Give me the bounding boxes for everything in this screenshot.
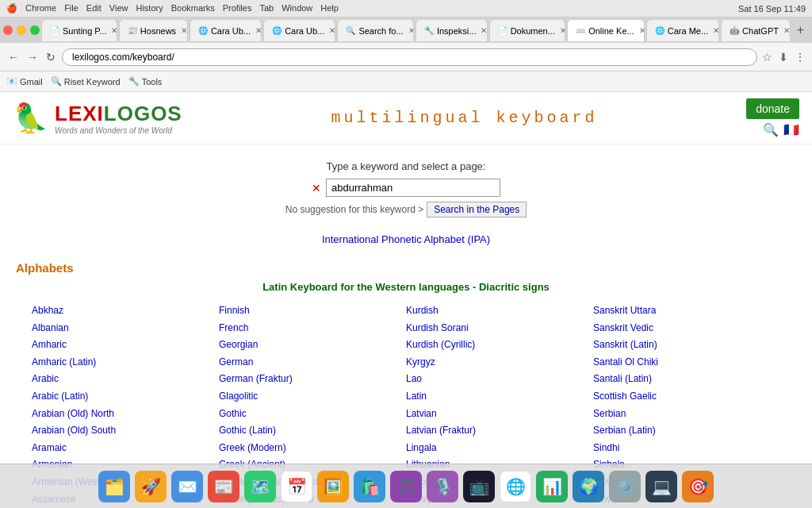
lang-albanian[interactable]: Albanian bbox=[32, 320, 219, 337]
tab-close-chatgpt[interactable]: ✕ bbox=[783, 26, 790, 35]
donate-button[interactable]: donate bbox=[746, 98, 799, 119]
menu-view[interactable]: View bbox=[109, 3, 128, 13]
download-icon[interactable]: ⬇ bbox=[779, 51, 788, 64]
search-clear-button[interactable]: ✕ bbox=[312, 182, 321, 194]
menu-history[interactable]: History bbox=[136, 3, 163, 13]
menu-help[interactable]: Help bbox=[320, 3, 339, 13]
menu-profiles[interactable]: Profiles bbox=[223, 3, 252, 13]
lang-santali-latin[interactable]: Santali (Latin) bbox=[593, 371, 780, 388]
dock-launchpad[interactable]: 🚀 bbox=[135, 471, 167, 502]
tab-sunting[interactable]: 📄 Sunting P... ✕ bbox=[41, 19, 117, 41]
minimize-window-btn[interactable] bbox=[17, 25, 26, 35]
tab-inspeksi[interactable]: 🔧 Inspeksi... ✕ bbox=[416, 19, 488, 41]
dock-music[interactable]: 🎵 bbox=[390, 471, 422, 502]
lang-sanskrit-vedic[interactable]: Sanskrit Vedic bbox=[593, 320, 780, 337]
dock-photos[interactable]: 🖼️ bbox=[317, 471, 349, 502]
menu-file[interactable]: File bbox=[64, 3, 79, 13]
refresh-button[interactable]: ↻ bbox=[44, 51, 57, 64]
search-icon[interactable]: 🔍 bbox=[763, 122, 779, 137]
lang-aramaic[interactable]: Aramaic bbox=[32, 440, 219, 457]
dock-tv[interactable]: 📺 bbox=[463, 471, 495, 502]
tab-close-cara1[interactable]: ✕ bbox=[255, 26, 262, 35]
lang-gothic[interactable]: Gothic bbox=[219, 406, 406, 423]
tab-close-cara2[interactable]: ✕ bbox=[329, 26, 335, 35]
dock-maps[interactable]: 🗺️ bbox=[244, 471, 276, 502]
lang-sindhi[interactable]: Sindhi bbox=[593, 440, 780, 457]
lang-greek-modern[interactable]: Greek (Modern) bbox=[219, 440, 406, 457]
tab-close-inspeksi[interactable]: ✕ bbox=[481, 26, 487, 35]
lang-lingala[interactable]: Lingala bbox=[406, 440, 593, 457]
menu-chrome[interactable]: Chrome bbox=[25, 3, 56, 13]
menu-window[interactable]: Window bbox=[282, 3, 312, 13]
new-tab-button[interactable]: + bbox=[792, 23, 809, 37]
maximize-window-btn[interactable] bbox=[30, 25, 40, 35]
tab-close-carame[interactable]: ✕ bbox=[713, 26, 719, 35]
lang-lao[interactable]: Lao bbox=[406, 371, 593, 388]
lang-arabic-latin[interactable]: Arabic (Latin) bbox=[32, 388, 219, 406]
lang-german-fraktur[interactable]: German (Fraktur) bbox=[219, 371, 406, 388]
close-window-btn[interactable] bbox=[3, 25, 13, 35]
lang-gothic-latin[interactable]: Gothic (Latin) bbox=[219, 422, 406, 440]
dock-calendar[interactable]: 📅 bbox=[281, 471, 312, 502]
tab-cara-ub-2[interactable]: 🌐 Cara Ub... ✕ bbox=[263, 19, 335, 41]
menu-icon[interactable]: ⋮ bbox=[795, 51, 806, 64]
bookmark-tools[interactable]: 🔧 Tools bbox=[128, 76, 163, 87]
dock-news[interactable]: 📰 bbox=[208, 471, 239, 502]
tab-close-search[interactable]: ✕ bbox=[408, 26, 414, 35]
tab-cara-ub-1[interactable]: 🌐 Cara Ub... ✕ bbox=[190, 19, 262, 41]
search-input[interactable] bbox=[326, 179, 500, 197]
tab-online-ke[interactable]: ⌨️ Online Ke... ✕ bbox=[567, 19, 645, 41]
lang-sanskrit-latin[interactable]: Sanskrit (Latin) bbox=[593, 337, 780, 354]
tab-search[interactable]: 🔍 Search fo... ✕ bbox=[337, 19, 414, 41]
ipa-link[interactable]: International Phonetic Alphabet (IPA) bbox=[322, 233, 490, 245]
lang-latvian-fraktur[interactable]: Latvian (Fraktur) bbox=[406, 422, 593, 440]
apple-menu[interactable]: 🍎 bbox=[6, 3, 17, 13]
lang-kurdish[interactable]: Kurdish bbox=[406, 302, 593, 320]
tab-dokumen[interactable]: 📄 Dokumen... ✕ bbox=[489, 19, 566, 41]
back-button[interactable]: ← bbox=[6, 51, 21, 64]
tab-close-hosnews[interactable]: ✕ bbox=[181, 26, 187, 35]
lang-serbian[interactable]: Serbian bbox=[593, 406, 780, 423]
search-pages-button[interactable]: Search in the Pages bbox=[427, 202, 527, 217]
lang-glagolitic[interactable]: Glagolitic bbox=[219, 388, 406, 406]
menu-edit[interactable]: Edit bbox=[86, 3, 102, 13]
dock-terminal[interactable]: 💻 bbox=[645, 471, 677, 502]
lang-latvian[interactable]: Latvian bbox=[406, 406, 593, 423]
lang-sanskrit-uttara[interactable]: Sanskrit Uttara bbox=[593, 302, 780, 320]
lang-abkhaz[interactable]: Abkhaz bbox=[32, 302, 219, 320]
tab-chatgpt[interactable]: 🤖 ChatGPT ✕ bbox=[721, 19, 791, 41]
lang-georgian[interactable]: Georgian bbox=[219, 337, 406, 354]
bookmark-riset[interactable]: 🔍 Riset Keyword bbox=[51, 76, 121, 87]
lang-kyrgyz[interactable]: Kyrgyz bbox=[406, 354, 593, 371]
lang-finnish[interactable]: Finnish bbox=[219, 302, 406, 320]
menu-bookmarks[interactable]: Bookmarks bbox=[171, 3, 215, 13]
lang-french[interactable]: French bbox=[219, 320, 406, 337]
star-icon[interactable]: ☆ bbox=[762, 51, 772, 64]
lang-kurdish-sorani[interactable]: Kurdish Sorani bbox=[406, 320, 593, 337]
lang-arabian-old-south[interactable]: Arabian (Old) South bbox=[32, 422, 219, 440]
menu-tab[interactable]: Tab bbox=[259, 3, 274, 13]
tab-close-sunting[interactable]: ✕ bbox=[111, 26, 117, 35]
tab-cara-me[interactable]: 🌐 Cara Me... ✕ bbox=[646, 19, 719, 41]
lang-serbian-latin[interactable]: Serbian (Latin) bbox=[593, 422, 780, 440]
dock-cursor[interactable]: 🎯 bbox=[682, 471, 714, 502]
dock-stats[interactable]: 📊 bbox=[536, 471, 568, 502]
lang-amharic[interactable]: Amharic bbox=[32, 337, 219, 354]
tab-close-online[interactable]: ✕ bbox=[639, 26, 645, 35]
dock-earth[interactable]: 🌍 bbox=[573, 471, 604, 502]
dock-appstore[interactable]: 🛍️ bbox=[354, 471, 385, 502]
tab-hosnews[interactable]: 📰 Hosnews ✕ bbox=[119, 19, 188, 41]
url-input[interactable]: lexilogos.com/keyboard/ bbox=[62, 48, 757, 66]
lang-amharic-latin[interactable]: Amharic (Latin) bbox=[32, 354, 219, 371]
dock-finder[interactable]: 🗂️ bbox=[98, 471, 130, 502]
dock-chrome[interactable]: 🌐 bbox=[500, 471, 531, 502]
lang-scottish-gaelic[interactable]: Scottish Gaelic bbox=[593, 388, 780, 406]
lang-santali-ol-chiki[interactable]: Santali Ol Chiki bbox=[593, 354, 780, 371]
tab-close-dokumen[interactable]: ✕ bbox=[560, 26, 565, 35]
dock-mail[interactable]: ✉️ bbox=[171, 471, 203, 502]
lang-arabian-old-north[interactable]: Arabian (Old) North bbox=[32, 406, 219, 423]
lang-arabic[interactable]: Arabic bbox=[32, 371, 219, 388]
forward-button[interactable]: → bbox=[25, 51, 40, 64]
lang-german[interactable]: German bbox=[219, 354, 406, 371]
dock-podcast[interactable]: 🎙️ bbox=[427, 471, 458, 502]
